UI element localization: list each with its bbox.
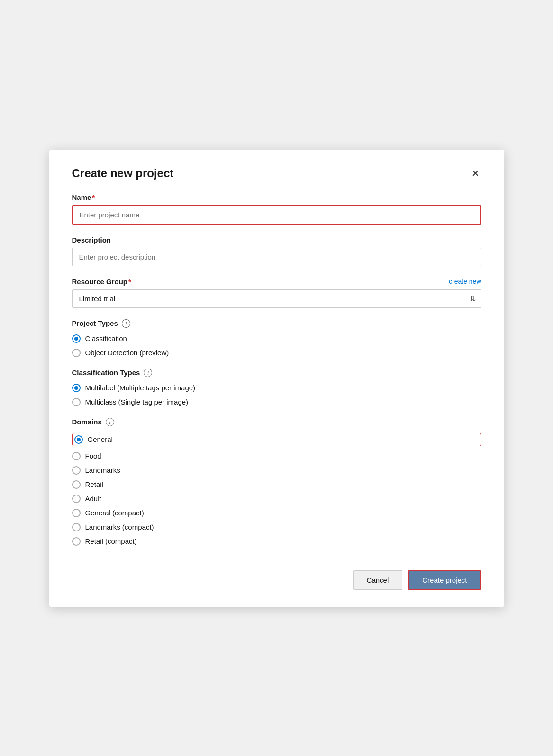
radio-domain-landmarks-label: Landmarks — [85, 466, 120, 474]
radio-multiclass-label: Multiclass (Single tag per image) — [85, 398, 189, 406]
radio-domain-retail-compact[interactable]: Retail (compact) — [72, 537, 481, 546]
radio-domain-retail[interactable]: Retail — [72, 480, 481, 489]
radio-object-detection-label: Object Detection (preview) — [85, 349, 169, 357]
radio-domain-retail-label: Retail — [85, 480, 103, 488]
name-label: Name* — [72, 193, 481, 201]
create-new-link[interactable]: create new — [449, 278, 481, 285]
radio-domain-retail-compact-label: Retail (compact) — [85, 537, 137, 545]
radio-domain-general-label: General — [88, 435, 113, 443]
classification-types-section: Classification Types i Multilabel (Multi… — [72, 369, 481, 406]
radio-domain-adult-input[interactable] — [72, 495, 81, 503]
radio-domain-landmarks-input[interactable] — [72, 466, 81, 475]
radio-multiclass-input[interactable] — [72, 398, 81, 406]
radio-object-detection[interactable]: Object Detection (preview) — [72, 349, 481, 357]
classification-types-header: Classification Types i — [72, 369, 481, 377]
project-types-header: Project Types i — [72, 319, 481, 328]
classification-types-radio-group: Multilabel (Multiple tags per image) Mul… — [72, 384, 481, 406]
resource-group-label: Resource Group* — [72, 278, 131, 286]
radio-classification-input[interactable] — [72, 334, 81, 343]
domains-label: Domains — [72, 418, 102, 426]
classification-types-label: Classification Types — [72, 369, 140, 377]
domains-header: Domains i — [72, 418, 481, 426]
radio-domain-general[interactable]: General — [72, 433, 481, 446]
radio-domain-adult[interactable]: Adult — [72, 495, 481, 503]
name-section: Name* — [72, 193, 481, 225]
domains-info-icon[interactable]: i — [106, 418, 114, 426]
radio-classification-label: Classification — [85, 334, 127, 342]
radio-domain-general-input[interactable] — [74, 435, 83, 444]
radio-domain-landmarks-compact-input[interactable] — [72, 523, 81, 531]
create-project-dialog: Create new project ✕ Name* Description R… — [49, 150, 504, 607]
close-icon: ✕ — [471, 168, 480, 179]
radio-multilabel[interactable]: Multilabel (Multiple tags per image) — [72, 384, 481, 392]
resource-group-header: Resource Group* create new — [72, 278, 481, 286]
project-types-radio-group: Classification Object Detection (preview… — [72, 334, 481, 357]
radio-domain-food[interactable]: Food — [72, 452, 481, 460]
create-project-button[interactable]: Create project — [408, 570, 481, 590]
resource-group-section: Resource Group* create new Limited trial… — [72, 278, 481, 308]
radio-domain-general-compact-input[interactable] — [72, 509, 81, 517]
radio-domain-adult-label: Adult — [85, 495, 101, 503]
classification-types-info-icon[interactable]: i — [144, 369, 152, 377]
radio-classification[interactable]: Classification — [72, 334, 481, 343]
radio-domain-general-compact-label: General (compact) — [85, 509, 144, 517]
radio-object-detection-input[interactable] — [72, 349, 81, 357]
radio-multilabel-label: Multilabel (Multiple tags per image) — [85, 384, 196, 392]
radio-domain-landmarks-compact-label: Landmarks (compact) — [85, 523, 154, 531]
radio-multilabel-input[interactable] — [72, 384, 81, 392]
radio-domain-general-compact[interactable]: General (compact) — [72, 509, 481, 517]
radio-domain-retail-compact-input[interactable] — [72, 537, 81, 546]
description-section: Description — [72, 236, 481, 266]
project-types-label: Project Types — [72, 319, 118, 327]
radio-domain-landmarks[interactable]: Landmarks — [72, 466, 481, 475]
cancel-button[interactable]: Cancel — [353, 570, 403, 590]
radio-domain-retail-input[interactable] — [72, 480, 81, 489]
radio-multiclass[interactable]: Multiclass (Single tag per image) — [72, 398, 481, 406]
domains-section: Domains i General Food Landmarks Retail — [72, 418, 481, 546]
domains-radio-group: General Food Landmarks Retail Adult Gene — [72, 433, 481, 546]
description-input[interactable] — [72, 248, 481, 266]
resource-group-select-wrapper: Limited trial ⇅ — [72, 289, 481, 308]
radio-domain-food-label: Food — [85, 452, 101, 460]
project-types-info-icon[interactable]: i — [122, 319, 130, 328]
description-label: Description — [72, 236, 481, 244]
dialog-header: Create new project ✕ — [72, 167, 481, 180]
dialog-footer: Cancel Create project — [72, 561, 481, 590]
project-types-section: Project Types i Classification Object De… — [72, 319, 481, 357]
radio-domain-food-input[interactable] — [72, 452, 81, 460]
resource-group-required: * — [128, 278, 131, 286]
resource-group-select[interactable]: Limited trial — [72, 289, 481, 308]
required-indicator: * — [92, 193, 95, 201]
radio-domain-landmarks-compact[interactable]: Landmarks (compact) — [72, 523, 481, 531]
close-button[interactable]: ✕ — [470, 167, 481, 180]
name-input[interactable] — [72, 205, 481, 225]
dialog-title: Create new project — [72, 167, 174, 180]
